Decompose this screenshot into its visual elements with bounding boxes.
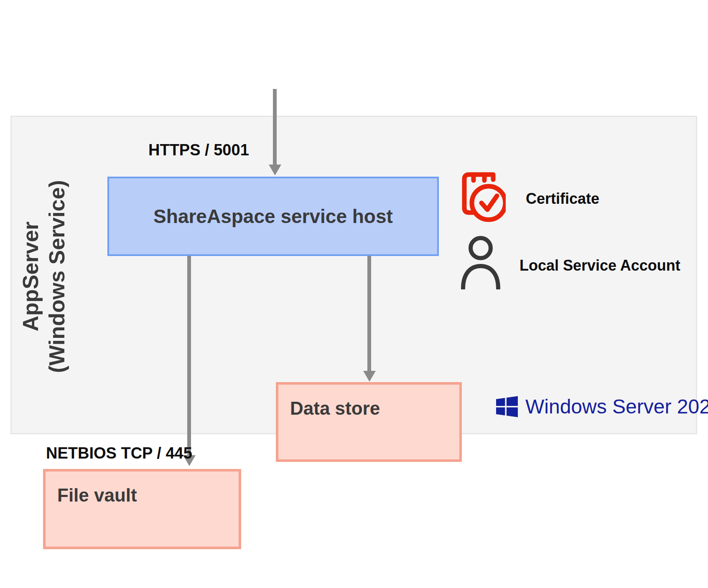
shareaspace-service-host-label: ShareAspace service host [153,205,393,228]
certificate-label: Certificate [526,190,599,208]
data-store-arrow-shaft [367,256,371,371]
data-store-arrow-head [363,371,376,382]
windows-flag-icon [496,396,518,418]
certificate-icon [453,166,506,223]
appserver-label-line1: AppServer [18,89,44,464]
windows-server-label: Windows Server 2022 [525,395,708,418]
data-store-box: Data store [276,382,462,462]
windows-logo: Windows Server 2022 [496,395,708,418]
data-store-label: Data store [290,398,380,418]
user-icon [460,235,502,289]
https-port-label: HTTPS / 5001 [148,141,249,159]
file-vault-label: File vault [57,485,137,505]
appserver-label-line2: (Windows Service) [44,89,70,464]
file-vault-box: File vault [43,469,241,549]
diagram-canvas: AppServer (Windows Service) HTTPS / 5001… [0,0,708,588]
shareaspace-service-host-box: ShareAspace service host [107,177,439,256]
netbios-port-label: NETBIOS TCP / 445 [46,444,192,462]
appserver-label: AppServer (Windows Service) [18,89,84,464]
incoming-https-arrow-shaft [273,89,277,166]
local-service-account-label: Local Service Account [520,257,680,274]
file-vault-arrow-shaft [187,256,191,456]
incoming-https-arrow-head [269,165,281,175]
